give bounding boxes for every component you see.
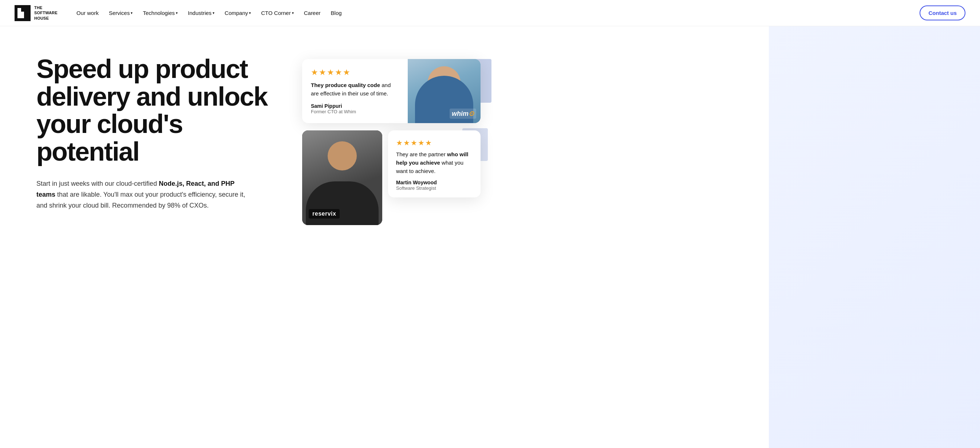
logo-icon — [14, 5, 30, 21]
chevron-down-icon: ▾ — [131, 11, 132, 15]
reservix-logo-badge: reservix — [309, 209, 340, 218]
hero-description: Start in just weeks with our cloud-certi… — [37, 179, 255, 211]
testimonial-card-bottom: ★★★★★ They are the partner who will help… — [388, 131, 480, 198]
star-rating-top: ★★★★★ — [311, 68, 399, 77]
logo-text: THE SOFTWARE HOUSE — [34, 5, 57, 21]
hero-right: ★★★★★ They produce quality code and are … — [291, 55, 480, 225]
whim-logo-badge: whim⊙ — [450, 108, 476, 119]
nav-item-services[interactable]: Services ▾ — [105, 7, 137, 19]
nav-item-career[interactable]: Career — [300, 7, 325, 19]
nav-item-industries[interactable]: Industries ▾ — [183, 7, 219, 19]
testimonial-author-top: Sami Pippuri — [311, 103, 399, 109]
person-photo-martin: reservix — [302, 131, 382, 225]
testimonial-top-text: ★★★★★ They produce quality code and are … — [302, 59, 408, 123]
testimonial-role-bottom: Software Strategist — [396, 185, 473, 191]
nav-item-our-work[interactable]: Our work — [72, 7, 103, 19]
nav-item-company[interactable]: Company ▾ — [220, 7, 255, 19]
testimonial-quote-bottom: They are the partner who will help you a… — [396, 150, 473, 175]
chevron-down-icon: ▾ — [249, 11, 251, 15]
testimonial-quote-top: They produce quality code and are effect… — [311, 81, 399, 98]
nav-item-cto-corner[interactable]: CTO Corner ▾ — [257, 7, 298, 19]
chevron-down-icon: ▾ — [292, 11, 294, 15]
testimonial-card-top: ★★★★★ They produce quality code and are … — [302, 59, 480, 123]
testimonial-role-top: Former CTO at Whim — [311, 109, 399, 114]
nav-item-blog[interactable]: Blog — [326, 7, 346, 19]
logo[interactable]: THE SOFTWARE HOUSE — [14, 5, 57, 21]
hero-section: Speed up product delivery and unlock you… — [0, 26, 980, 448]
testimonial-bottom-row: reservix ★★★★★ They are the partner who … — [302, 131, 480, 225]
hero-left: Speed up product delivery and unlock you… — [37, 55, 291, 211]
nav-items: Our work Services ▾ Technologies ▾ Indus… — [72, 7, 920, 19]
hero-title: Speed up product delivery and unlock you… — [37, 55, 269, 165]
chevron-down-icon: ▾ — [176, 11, 178, 15]
contact-us-button[interactable]: Contact us — [920, 5, 966, 21]
person-photo-sami: whim⊙ — [408, 59, 480, 123]
testimonial-author-bottom: Martin Woywood — [396, 180, 473, 185]
chevron-down-icon: ▾ — [213, 11, 215, 15]
nav-item-technologies[interactable]: Technologies ▾ — [138, 7, 182, 19]
navbar: THE SOFTWARE HOUSE Our work Services ▾ T… — [0, 0, 980, 26]
star-rating-bottom: ★★★★★ — [396, 139, 473, 147]
